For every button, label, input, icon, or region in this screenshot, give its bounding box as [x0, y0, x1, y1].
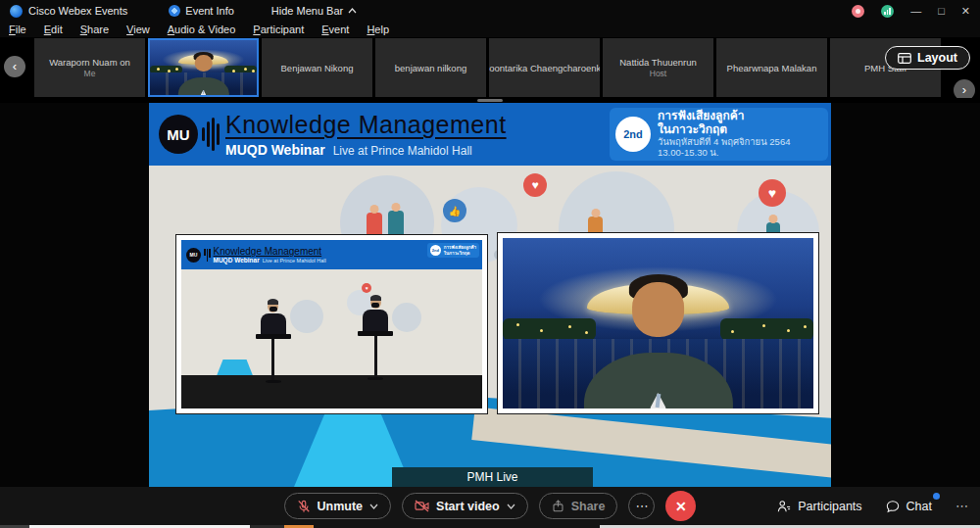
- lectern-left: [254, 334, 293, 383]
- event-session-panel: 2nd การฟังเสียงลูกค้า ในภาวะวิกฤต วันพฤห…: [610, 108, 828, 161]
- chat-notification-dot: [933, 493, 940, 500]
- participants-panel-button[interactable]: Participants: [777, 500, 861, 513]
- camera-muted-icon: [415, 500, 429, 512]
- menu-help[interactable]: Help: [358, 24, 398, 35]
- participant-filmstrip: ‹ Waraporn Nuam on Me Benjawan Nikong: [0, 37, 980, 98]
- meeting-control-bar: Unmute Start video Share ⋯ ✕: [0, 487, 980, 525]
- speaker-name-label: PMH Live: [392, 467, 593, 487]
- participant-name: Benjawan Nikong: [281, 63, 354, 73]
- menu-view[interactable]: View: [118, 24, 159, 35]
- speaker-video-thumbnail: [150, 40, 257, 95]
- audio-wave-icon: [204, 249, 211, 262]
- event-subtitle-bold: MUQD Webinar: [225, 142, 325, 158]
- share-button[interactable]: Share: [539, 493, 618, 519]
- participant-thumbnail-active-video[interactable]: [148, 38, 259, 97]
- presenter-left: [254, 301, 293, 337]
- event-banner: MU Knowledge Management MUQD Webinar Liv…: [149, 103, 831, 166]
- title-bar: Cisco Webex Events Event Info Hide Menu …: [0, 0, 980, 22]
- recording-indicator-icon: [852, 5, 864, 18]
- participants-label: Participants: [798, 500, 861, 513]
- menu-edit[interactable]: Edit: [35, 24, 72, 35]
- participant-thumbnail[interactable]: Nattida Thuuenrun Host: [603, 38, 713, 97]
- webex-window: Cisco Webex Events Event Info Hide Menu …: [0, 0, 980, 528]
- layout-grid-icon: [898, 53, 911, 64]
- participant-thumbnail[interactable]: Boontarika Chaengcharoenkit: [489, 38, 600, 97]
- more-controls-button[interactable]: ⋯: [956, 499, 968, 513]
- chevron-up-icon: [348, 8, 357, 14]
- session-title-thai-1: การฟังเสียงลูกค้า: [658, 110, 790, 122]
- leave-meeting-button[interactable]: ✕: [665, 491, 696, 521]
- mu-logo: MU: [159, 115, 198, 154]
- event-subtitle: Live at Prince Mahidol Hall: [333, 144, 472, 158]
- lectern-right: [356, 331, 395, 380]
- presenter-right: [356, 297, 395, 333]
- participant-name: Waraporn Nuam on: [49, 57, 130, 68]
- menu-audio-video[interactable]: Audio & Video: [159, 24, 245, 35]
- menu-share[interactable]: Share: [72, 24, 118, 35]
- chevron-down-icon: [507, 504, 515, 509]
- more-options-button[interactable]: ⋯: [628, 493, 655, 519]
- chevron-down-icon: [369, 504, 378, 509]
- heart-icon: ♥: [523, 173, 547, 197]
- close-button[interactable]: ✕: [961, 0, 970, 22]
- app-title: Cisco Webex Events: [28, 5, 127, 17]
- hide-menu-bar-label: Hide Menu Bar: [271, 5, 343, 17]
- session-number-badge: 2nd: [615, 117, 651, 152]
- shared-slide-content: 👍 ♥ ♥ ♥: [149, 166, 831, 487]
- participant-thumbnail[interactable]: Benjawan Nikong: [262, 38, 372, 97]
- participant-name: Boontarika Chaengcharoenkit: [489, 63, 600, 73]
- participant-name: Phearwnapa Malakan: [727, 63, 817, 73]
- mic-muted-icon: [297, 500, 311, 513]
- participants-icon: [777, 500, 791, 513]
- session-date-thai: วันพฤหัสบดีที่ 4 พฤศจิกายน 2564: [658, 137, 790, 147]
- unmute-label: Unmute: [318, 500, 364, 513]
- maximize-button[interactable]: □: [938, 0, 945, 22]
- webex-logo-icon: [10, 5, 23, 18]
- menu-file[interactable]: File: [0, 24, 35, 35]
- speaker-video: [503, 238, 813, 408]
- participant-name: benjawan nilkong: [395, 63, 466, 73]
- participant-thumbnail[interactable]: benjawan nilkong: [375, 38, 486, 97]
- event-info-label: Event Info: [185, 5, 234, 17]
- menu-participant[interactable]: Participant: [244, 24, 313, 35]
- menu-bar: File Edit Share View Audio & Video Parti…: [0, 22, 980, 37]
- share-icon: [552, 500, 564, 512]
- session-title-thai-2: ในภาวะวิกฤต: [658, 123, 790, 136]
- participant-thumbnail[interactable]: Phearwnapa Malakan: [716, 38, 827, 97]
- start-video-button[interactable]: Start video: [402, 493, 528, 519]
- divider-handle[interactable]: [477, 99, 503, 102]
- participant-role: Me: [84, 69, 96, 78]
- heart-icon: ♥: [759, 179, 786, 207]
- connection-indicator-icon: [881, 5, 894, 18]
- chat-icon: [886, 500, 900, 513]
- chat-label: Chat: [906, 500, 932, 513]
- participant-name: Nattida Thuuenrun: [619, 57, 697, 68]
- speaker-video-panel: [498, 233, 818, 413]
- shared-screen-video: MU Knowledge Management MUQD Webinar Liv…: [149, 103, 831, 487]
- stage-mini-banner: MU Knowledge Management MUQD Webinar Liv…: [181, 240, 482, 269]
- session-time-thai: 13.00-15.30 น.: [658, 148, 790, 158]
- event-info-icon: [169, 5, 180, 17]
- stage-video-panel: ♥ MU Knowledge Management MUQD Webinar L…: [176, 235, 487, 413]
- minimize-button[interactable]: —: [910, 0, 921, 22]
- stage-floor: [181, 375, 482, 408]
- participant-thumbnail[interactable]: Waraporn Nuam on Me: [34, 38, 145, 97]
- event-info-button[interactable]: Event Info: [169, 5, 234, 17]
- share-label: Share: [571, 500, 606, 513]
- layout-button-label: Layout: [917, 51, 957, 65]
- start-video-label: Start video: [436, 500, 500, 513]
- hide-menu-bar-button[interactable]: Hide Menu Bar: [271, 5, 357, 17]
- menu-event[interactable]: Event: [313, 24, 358, 35]
- layout-button[interactable]: Layout: [885, 46, 970, 70]
- like-icon: 👍: [443, 199, 466, 222]
- filmstrip-scroll-left-button[interactable]: ‹: [4, 56, 25, 77]
- participant-role: Host: [650, 69, 666, 78]
- chat-panel-button[interactable]: Chat: [886, 500, 932, 513]
- unmute-button[interactable]: Unmute: [284, 493, 392, 519]
- main-video-stage: MU Knowledge Management MUQD Webinar Liv…: [0, 103, 980, 487]
- event-title: Knowledge Management: [225, 111, 507, 139]
- audio-wave-icon: [202, 118, 220, 151]
